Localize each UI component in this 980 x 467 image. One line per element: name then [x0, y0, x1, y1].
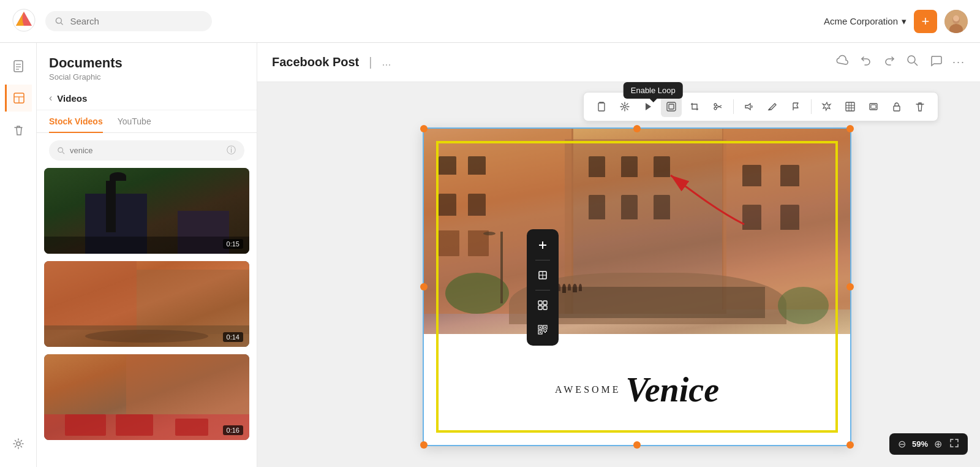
video-thumb-3[interactable]: 0:16	[44, 354, 249, 440]
panel-header: Documents Social Graphic	[37, 43, 257, 86]
company-selector[interactable]: Acme Corporation ▾	[824, 16, 907, 27]
flag-tool[interactable]	[785, 96, 806, 117]
grid-view-button[interactable]	[532, 294, 554, 316]
tabs-row: Stock Videos YouTube	[37, 110, 257, 133]
layers-tool[interactable]	[863, 96, 884, 117]
info-icon[interactable]: ⓘ	[227, 145, 236, 156]
undo-icon[interactable]	[859, 54, 873, 70]
svg-rect-33	[871, 105, 876, 108]
add-element-button[interactable]	[532, 234, 554, 256]
nav-back-button[interactable]: ‹	[49, 93, 52, 104]
svg-rect-48	[545, 327, 546, 328]
venice-label: Venice	[626, 370, 719, 409]
clipboard-tool[interactable]	[591, 96, 612, 117]
svg-rect-22	[667, 102, 676, 111]
handle-bottom-left[interactable]	[420, 441, 428, 449]
svg-rect-51	[546, 330, 547, 332]
company-name-label: Acme Corporation	[824, 16, 898, 26]
sidebar-item-trash[interactable]	[5, 116, 32, 143]
fit-button[interactable]	[532, 264, 554, 286]
app-logo[interactable]	[12, 9, 36, 34]
avatar[interactable]	[944, 10, 968, 33]
cloud-icon[interactable]	[836, 54, 850, 70]
more-options-icon[interactable]: ···	[952, 56, 965, 69]
handle-bottom-right[interactable]	[846, 441, 854, 449]
tab-stock-videos[interactable]: Stock Videos	[49, 110, 103, 132]
grid-tool[interactable]	[840, 96, 861, 117]
delete-tool[interactable]	[910, 96, 930, 117]
volume-tool[interactable]	[739, 96, 760, 117]
svg-line-2	[61, 23, 62, 25]
zoom-bar: ⊖ 59% ⊕	[889, 433, 968, 455]
pen-tool[interactable]	[762, 96, 783, 117]
svg-point-14	[17, 442, 20, 446]
sidebar-item-template[interactable]	[5, 85, 32, 112]
search-row: ⓘ	[37, 133, 257, 168]
video-thumb-2[interactable]: 0:14	[44, 261, 249, 347]
redo-icon[interactable]	[883, 54, 896, 70]
handle-top-mid[interactable]	[633, 125, 641, 132]
handle-bottom-mid[interactable]	[633, 441, 641, 449]
search-input[interactable]	[70, 16, 202, 26]
svg-point-6	[953, 15, 959, 21]
svg-marker-21	[646, 103, 651, 110]
svg-rect-52	[545, 332, 546, 333]
crop-tool[interactable]	[684, 96, 705, 117]
handle-mid-right[interactable]	[846, 283, 854, 290]
video-search-input[interactable]	[70, 146, 222, 155]
svg-rect-19	[598, 103, 605, 111]
svg-rect-34	[894, 106, 900, 111]
svg-point-1	[56, 18, 61, 23]
fullscreen-button[interactable]	[949, 438, 959, 450]
svg-rect-49	[540, 332, 541, 333]
svg-rect-50	[543, 330, 545, 332]
starburst-tool[interactable]	[816, 96, 837, 117]
document-icon	[12, 59, 25, 73]
sidebar-item-settings[interactable]	[5, 430, 32, 457]
svg-point-24	[714, 104, 717, 106]
video-duration-3: 0:16	[223, 425, 243, 435]
zoom-out-button[interactable]: ⊖	[898, 438, 906, 450]
panel-nav: ‹ Videos	[37, 86, 257, 110]
top-navigation: Acme Corporation ▾ +	[0, 0, 980, 43]
add-button[interactable]: +	[914, 10, 937, 33]
panel-title: Documents	[49, 55, 244, 71]
sidebar-item-document[interactable]	[5, 53, 32, 80]
canvas-video-area	[424, 129, 850, 334]
video-duration-2: 0:14	[223, 332, 243, 342]
loop-tool[interactable]	[661, 96, 682, 117]
handle-top-right[interactable]	[846, 125, 854, 132]
plus-icon: +	[922, 13, 930, 29]
canvas-header-right: ···	[836, 54, 965, 70]
doc-title: Facebook Post	[272, 55, 359, 69]
handle-mid-left[interactable]	[420, 283, 428, 290]
nav-title: Videos	[57, 93, 87, 104]
toolbar-separator-1	[733, 99, 734, 114]
content-panel: Documents Social Graphic ‹ Videos Stock …	[37, 43, 257, 467]
svg-rect-23	[669, 104, 674, 109]
topnav-right: Acme Corporation ▾ +	[824, 10, 968, 33]
sparkle-tool[interactable]	[614, 96, 635, 117]
search-bar[interactable]	[45, 11, 212, 31]
tooltip-text: Enable Loop	[631, 86, 676, 95]
tab-youtube[interactable]: YouTube	[118, 110, 151, 132]
svg-rect-42	[538, 306, 542, 309]
video-thumb-1[interactable]: 0:15	[44, 168, 249, 254]
tooltip-enable-loop: Enable Loop	[624, 82, 683, 99]
svg-point-25	[714, 107, 717, 110]
comment-icon[interactable]	[929, 54, 943, 70]
float-separator-2	[535, 290, 550, 290]
zoom-value: 59%	[911, 439, 929, 449]
video-search-bar[interactable]: ⓘ	[49, 140, 244, 161]
qr-button[interactable]	[532, 319, 554, 341]
scissors-tool[interactable]	[707, 96, 728, 117]
zoom-icon[interactable]	[906, 54, 919, 70]
main-layout: Documents Social Graphic ‹ Videos Stock …	[0, 43, 980, 467]
handle-top-left[interactable]	[420, 125, 428, 132]
svg-rect-40	[538, 301, 542, 305]
zoom-in-button[interactable]: ⊕	[934, 438, 942, 450]
doc-more[interactable]: ...	[382, 56, 391, 69]
template-icon	[12, 91, 26, 105]
icon-sidebar	[0, 43, 37, 467]
lock-tool[interactable]	[886, 96, 907, 117]
